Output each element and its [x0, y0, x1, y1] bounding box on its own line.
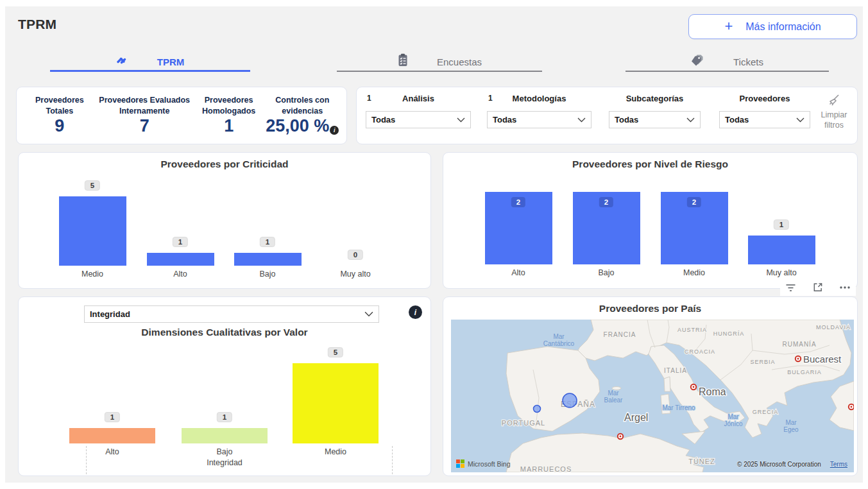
- kpi-label: Controles con evidencias: [265, 95, 340, 116]
- clear-filters-label-2: filtros: [824, 121, 844, 131]
- visual-header-toolbar: [780, 279, 856, 296]
- chart-title: Proveedores por País: [443, 303, 857, 314]
- bar-medio[interactable]: [59, 196, 126, 266]
- tab-encuestas[interactable]: Encuestas: [337, 51, 542, 72]
- category-label-muy-alto: Muy alto: [340, 270, 370, 279]
- map-country-label: SERBIA: [750, 359, 775, 365]
- x-axis-title: Integridad: [207, 458, 243, 467]
- kpi-value: 9: [55, 117, 64, 136]
- kpi-card: Proveedores Totales 9 Proveedores Evalua…: [16, 87, 347, 144]
- map-country-label: PORTUGAL: [502, 419, 545, 427]
- map-country-label: BULGARIA: [787, 369, 822, 375]
- focus-mode-icon[interactable]: [812, 282, 823, 293]
- map-city-label: Bucarest: [803, 354, 842, 365]
- kpi-label: Proveedores Totales: [23, 95, 96, 116]
- more-info-button[interactable]: + Más información: [688, 14, 857, 39]
- map-country-label: RUMANÍA: [782, 340, 816, 348]
- category-label-bajo: Bajo: [259, 270, 275, 279]
- category-label-medio: Medio: [81, 270, 103, 279]
- map-attribution: © 2025 Microsoft Corporation Terms: [737, 461, 847, 468]
- tab-encuestas-underline: [337, 71, 542, 72]
- data-label-medio: 2: [687, 197, 701, 207]
- plus-icon: +: [724, 19, 733, 33]
- slicer-label: Metodologías: [487, 94, 591, 103]
- map-country-label: FRANCIA: [604, 331, 636, 338]
- tab-tickets-label: Tickets: [733, 56, 763, 67]
- slicer-dropdown-subcategorias[interactable]: Todas: [609, 111, 701, 128]
- chevron-down-icon: [577, 117, 586, 123]
- slicer-label: Subcategorías: [609, 94, 701, 103]
- tab-tprm-underline: [50, 70, 250, 72]
- data-label-bajo: 1: [260, 237, 275, 247]
- filter-icon[interactable]: [785, 282, 796, 293]
- criticidad-plot-area: 5Medio1Alto1Bajo0Muy alto: [19, 153, 430, 288]
- map-country-label: GRECIA: [753, 409, 779, 415]
- map-city-label: Argel: [624, 412, 648, 423]
- map-sea-label: MarEgeo: [783, 419, 799, 433]
- chart-dimensiones-cualitativas: Integridad i Dimensiones Cualitativas po…: [18, 296, 431, 476]
- bar-alto[interactable]: [147, 253, 214, 266]
- tab-encuestas-label: Encuestas: [437, 56, 482, 67]
- tab-tprm[interactable]: TPRM: [50, 51, 250, 72]
- slicer-label: Proveedores: [719, 94, 810, 103]
- map-city-marker-dot: [620, 436, 622, 438]
- slicer-dropdown-analisis[interactable]: Todas: [366, 111, 471, 128]
- tab-tickets-underline: [625, 71, 829, 72]
- bing-map[interactable]: FRANCIAAUSTRIAHUNGRÍAMOLDAVIARUMANÍACROA…: [451, 320, 854, 472]
- chart-proveedores-nivel-riesgo: Proveedores por Nivel de Riesgo 2Alto2Ba…: [443, 152, 858, 289]
- bar-medio[interactable]: [293, 363, 379, 443]
- slicer-proveedores: Proveedores Todas: [719, 87, 810, 145]
- bing-logo-text: Microsoft Bing: [468, 460, 511, 468]
- bar-bajo[interactable]: [234, 253, 302, 266]
- category-label-bajo: Bajo: [216, 447, 232, 456]
- kpi-proveedores-totales: Proveedores Totales 9: [23, 95, 96, 135]
- map-city-marker-dot: [693, 386, 695, 388]
- nivel-riesgo-plot-area: 2Alto2Bajo2Medio1Muy alto: [443, 153, 857, 288]
- more-options-icon[interactable]: [839, 286, 851, 289]
- chart-proveedores-criticidad: Proveedores por Criticidad 5Medio1Alto1B…: [18, 152, 431, 289]
- chevron-down-icon: [796, 117, 804, 123]
- map-terms-link[interactable]: Terms: [830, 461, 847, 468]
- kpi-proveedores-evaluados: Proveedores Evaluados Internamente 7: [96, 95, 193, 135]
- axis-dash-left: [86, 446, 87, 474]
- map-copyright: © 2025 Microsoft Corporation: [737, 461, 821, 468]
- data-label-medio: 5: [85, 180, 100, 191]
- tab-tickets[interactable]: Tickets: [625, 51, 829, 72]
- data-label-muy-alto: 1: [774, 219, 789, 230]
- map-country-label: TÚNEZ: [688, 458, 715, 465]
- map-bubble-large[interactable]: [563, 393, 577, 408]
- bing-logo: Microsoft Bing: [456, 459, 511, 468]
- category-label-muy-alto: Muy alto: [766, 268, 796, 277]
- map-country-label: HUNGRÍA: [713, 330, 745, 337]
- more-info-label: Más información: [745, 21, 821, 33]
- dropdown-value: Todas: [371, 115, 457, 124]
- axis-dash-right: [392, 446, 393, 474]
- kpi-label: Proveedores Evaluados Internamente: [96, 95, 193, 116]
- info-icon[interactable]: i: [330, 126, 339, 135]
- bar-alto[interactable]: [69, 428, 155, 443]
- clear-filters-button[interactable]: Limpiar filtros: [813, 92, 855, 130]
- data-label-muy-alto: 0: [348, 250, 363, 260]
- dropdown-value: Todas: [615, 115, 686, 124]
- dimensiones-plot-area: 1Alto1Bajo5MedioIntegridad: [19, 297, 430, 476]
- map-city-marker-dot: [851, 406, 853, 408]
- slicer-dropdown-metodologias[interactable]: Todas: [487, 111, 591, 128]
- microsoft-logo-icon: [456, 459, 464, 468]
- map-country-label: ITALIA: [664, 367, 687, 374]
- data-label-alto: 1: [105, 412, 120, 422]
- category-label-alto: Alto: [173, 270, 187, 279]
- tickets-tag-icon: [691, 54, 705, 69]
- map-island-corsica: [664, 377, 670, 391]
- chevron-down-icon: [686, 117, 695, 123]
- map-city-marker-dot: [797, 358, 799, 360]
- slicer-dropdown-proveedores[interactable]: Todas: [719, 111, 810, 128]
- data-label-bajo: 2: [599, 197, 613, 207]
- map-bubble-small[interactable]: [534, 406, 541, 413]
- slicer-metodologias: 1 Metodologías Todas: [487, 87, 591, 145]
- kpi-value: 7: [140, 117, 149, 136]
- bar-bajo[interactable]: [182, 428, 268, 443]
- chevron-down-icon: [457, 117, 465, 123]
- map-sea-label: Mar Tirreno: [662, 404, 695, 411]
- bar-muy-alto[interactable]: [748, 236, 815, 264]
- map-country-label: CROACIA: [685, 348, 715, 355]
